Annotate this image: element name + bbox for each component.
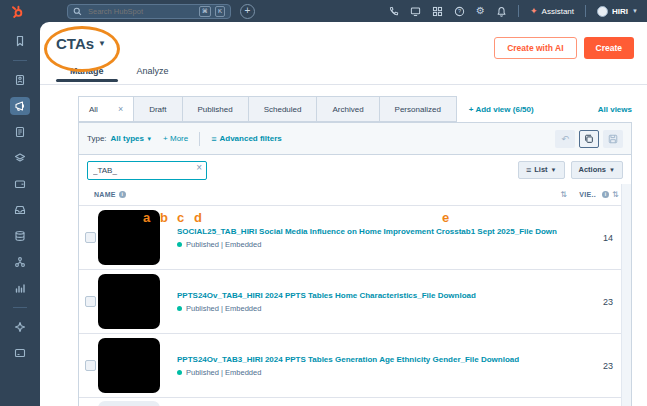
table-row: PPTS24Ov_TAB3_HIRI 2024 PPTS Tables Gene… (79, 334, 631, 398)
tab-analyze[interactable]: Analyze (137, 66, 169, 82)
quick-create-button[interactable]: + (240, 4, 255, 19)
create-with-ai-button[interactable]: Create with AI (494, 37, 576, 59)
document-icon (14, 126, 26, 138)
advanced-filters-label: Advanced filters (220, 134, 282, 143)
all-views-link[interactable]: All views (598, 105, 632, 114)
account-label: HIRI (612, 7, 628, 16)
save-view-button[interactable] (603, 130, 623, 148)
cta-search-input[interactable] (87, 161, 207, 180)
view-tab-archived[interactable]: Archived (316, 96, 379, 122)
row-checkbox[interactable] (85, 296, 96, 307)
sidebar-item-data[interactable] (10, 227, 30, 245)
phone-icon[interactable] (388, 6, 399, 17)
crm-icon (14, 74, 26, 86)
advanced-filters-button[interactable]: ≡ Advanced filters (211, 134, 282, 144)
sidebar-item-reporting[interactable] (10, 279, 30, 297)
sidebar-item-bookmarks[interactable] (10, 32, 30, 50)
cta-name-link[interactable]: PPTS24Ov_TAB3_HIRI 2024 PPTS Tables Gene… (177, 355, 557, 364)
view-tabs: All × Draft Published Scheduled Archived… (78, 96, 632, 122)
assistant-label: Assistant (542, 7, 574, 16)
kbd-cmd: ⌘ (199, 6, 211, 17)
close-icon[interactable]: × (118, 104, 123, 114)
filter-lines-icon: ≡ (211, 134, 216, 144)
svg-text:?: ? (458, 8, 461, 14)
copy-view-button[interactable] (579, 130, 599, 148)
cta-list-card: Type: All types ▼ + More ≡ Advanced filt… (78, 122, 632, 406)
sort-name-icon[interactable]: ⇅ (560, 190, 567, 199)
view-tab-personalized[interactable]: Personalized (379, 96, 457, 122)
nav-divider (585, 5, 586, 17)
tabs-divider (40, 84, 647, 85)
table-header: NAME ⇅ VIE.. ⇅ (79, 184, 631, 206)
page-tabs: Manage Analyze (70, 66, 169, 82)
view-tab-scheduled[interactable]: Scheduled (248, 96, 318, 122)
create-button[interactable]: Create (584, 37, 634, 59)
avatar (597, 6, 608, 17)
table-row: PPTS24Ov_TAB4_HIRI 2024 PPTS Tables Home… (79, 270, 631, 334)
actions-label: Actions (579, 165, 607, 174)
list-icon: ≡ (526, 165, 531, 175)
name-column-header[interactable]: NAME (94, 191, 116, 198)
bar-chart-icon (14, 282, 26, 294)
sidebar-item-marketing[interactable] (10, 97, 30, 115)
hubspot-logo-icon[interactable] (10, 4, 25, 19)
view-tab-all[interactable]: All × (78, 96, 134, 122)
view-tab-draft[interactable]: Draft (133, 96, 182, 122)
table-row: SOCIAL25_TAB_HIRI Social Media Influence… (79, 206, 631, 270)
page-title-dropdown[interactable]: CTAs ▼ (56, 35, 106, 52)
clear-search-icon[interactable]: × (196, 162, 202, 173)
sidebar-item-workspace-add[interactable] (10, 318, 30, 336)
inbox-icon (14, 204, 26, 216)
sidebar-item-library[interactable] (10, 344, 30, 362)
save-icon (608, 134, 618, 144)
filter-bar: Type: All types ▼ + More ≡ Advanced filt… (79, 123, 631, 155)
views-column-header[interactable]: VIE.. (579, 191, 596, 198)
table-right-gutter (621, 184, 631, 406)
global-search-input[interactable] (86, 6, 195, 17)
sort-views-icon[interactable]: ⇅ (612, 190, 619, 199)
info-icon[interactable] (119, 191, 126, 198)
sidebar-item-commerce[interactable] (10, 175, 30, 193)
cta-thumbnail[interactable] (98, 338, 160, 393)
device-icon[interactable] (410, 6, 421, 17)
notifications-icon[interactable] (496, 6, 507, 17)
type-filter-dropdown[interactable]: All types ▼ (111, 134, 153, 143)
account-menu[interactable]: HIRI ▼ (597, 6, 638, 17)
help-icon[interactable]: ? (454, 6, 465, 17)
more-filters-button[interactable]: + More (163, 134, 188, 143)
add-view-link[interactable]: + Add view (6/50) (469, 105, 534, 114)
cta-thumbnail[interactable] (98, 210, 160, 265)
undo-button[interactable]: ↶ (555, 130, 575, 148)
global-search[interactable]: ⌘ K (67, 4, 231, 19)
cta-name-link[interactable]: SOCIAL25_TAB_HIRI Social Media Influence… (177, 227, 557, 236)
assistant-button[interactable]: ✦ Assistant (530, 6, 574, 16)
megaphone-icon (14, 100, 26, 112)
cta-thumbnail[interactable] (98, 274, 160, 329)
marketplace-icon[interactable] (432, 6, 443, 17)
type-filter-label: Type: (87, 134, 107, 143)
list-label: List (534, 165, 547, 174)
cta-name-link[interactable]: PPTS24Ov_TAB4_HIRI 2024 PPTS Tables Home… (177, 291, 557, 300)
row-checkbox[interactable] (85, 360, 96, 371)
cta-thumbnail (98, 401, 160, 406)
tab-manage[interactable]: Manage (70, 66, 104, 82)
row-status: Published | Embedded (186, 304, 261, 313)
view-tab-published[interactable]: Published (182, 96, 249, 122)
type-filter-value: All types (111, 134, 144, 143)
main-content: CTAs ▼ Create with AI Create Manage Anal… (40, 22, 647, 406)
sidebar-item-crm[interactable] (10, 71, 30, 89)
actions-button[interactable]: Actions ▼ (571, 161, 623, 179)
chevron-down-icon: ▼ (146, 136, 152, 142)
settings-icon[interactable]: ⚙ (476, 6, 485, 16)
info-icon[interactable] (602, 191, 609, 198)
layers-icon (14, 152, 26, 164)
sidebar-item-automations[interactable] (10, 253, 30, 271)
sidebar-item-sales[interactable] (10, 149, 30, 167)
sidebar-item-service[interactable] (10, 201, 30, 219)
row-checkbox[interactable] (85, 232, 96, 243)
undo-icon: ↶ (561, 134, 569, 144)
sidebar-item-content[interactable] (10, 123, 30, 141)
wallet-icon (14, 178, 26, 190)
chevron-down-icon: ▼ (98, 39, 106, 48)
list-view-button[interactable]: ≡ List ▼ (518, 161, 565, 179)
